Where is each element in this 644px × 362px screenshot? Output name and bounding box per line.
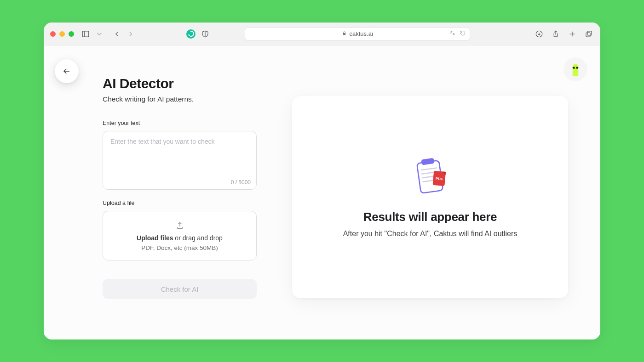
new-tab-icon[interactable] (567, 29, 577, 39)
nav-forward-icon[interactable] (126, 29, 136, 39)
lock-icon (342, 30, 347, 37)
window-maximize-button[interactable] (69, 31, 74, 37)
address-bar[interactable]: caktus.ai (245, 27, 470, 41)
window-close-button[interactable] (50, 31, 56, 37)
upload-label: Upload a file (103, 200, 257, 206)
page-content: AI Detector Check writing for AI pattern… (44, 45, 600, 339)
downloads-icon[interactable] (534, 29, 544, 39)
upload-line1: Upload files or drag and drop (137, 234, 223, 242)
url-host: caktus.ai (350, 30, 373, 37)
nav-back-icon[interactable] (112, 29, 122, 39)
results-heading: Results will appear here (363, 210, 497, 224)
sidebar-toggle-icon[interactable] (80, 29, 91, 39)
upload-line1-rest: or drag and drop (173, 234, 222, 242)
upload-icon (175, 221, 184, 232)
results-subtext: After you hit "Check for AI", Caktus wil… (343, 230, 518, 238)
upload-line2: PDF, Docx, etc (max 50MB) (141, 244, 218, 251)
page-title: AI Detector (103, 76, 257, 91)
svg-text:PDF: PDF (436, 176, 443, 181)
grammarly-extension-icon[interactable] (186, 29, 196, 39)
results-illustration: PDF (409, 156, 451, 200)
page-subtitle: Check writing for AI patterns. (103, 95, 257, 103)
char-counter: 0 / 5000 (231, 179, 251, 186)
upload-dropzone[interactable]: Upload files or drag and drop PDF, Docx,… (103, 211, 257, 260)
text-input-container: 0 / 5000 (103, 131, 257, 190)
input-panel: AI Detector Check writing for AI pattern… (103, 76, 257, 299)
svg-rect-3 (343, 33, 345, 35)
translate-icon[interactable] (449, 30, 456, 38)
svg-rect-14 (575, 67, 576, 68)
reload-icon[interactable] (460, 30, 466, 38)
profile-avatar[interactable] (564, 57, 587, 81)
sidebar-dropdown-icon[interactable] (94, 29, 104, 39)
tabs-overview-icon[interactable] (584, 29, 594, 39)
browser-toolbar: caktus.ai (44, 23, 600, 45)
text-input-label: Enter your text (103, 120, 257, 126)
svg-rect-0 (82, 31, 89, 37)
svg-rect-9 (587, 31, 592, 35)
window-controls (50, 31, 74, 37)
browser-window: caktus.ai (44, 23, 600, 339)
window-minimize-button[interactable] (59, 31, 65, 37)
page-back-button[interactable] (55, 59, 79, 83)
check-for-ai-button[interactable]: Check for AI (103, 279, 257, 299)
upload-line1-bold: Upload files (137, 234, 173, 242)
privacy-shield-icon[interactable] (200, 29, 210, 39)
results-panel: PDF Results will appear here After you h… (292, 96, 568, 298)
svg-rect-10 (586, 33, 590, 37)
share-icon[interactable] (551, 29, 561, 39)
